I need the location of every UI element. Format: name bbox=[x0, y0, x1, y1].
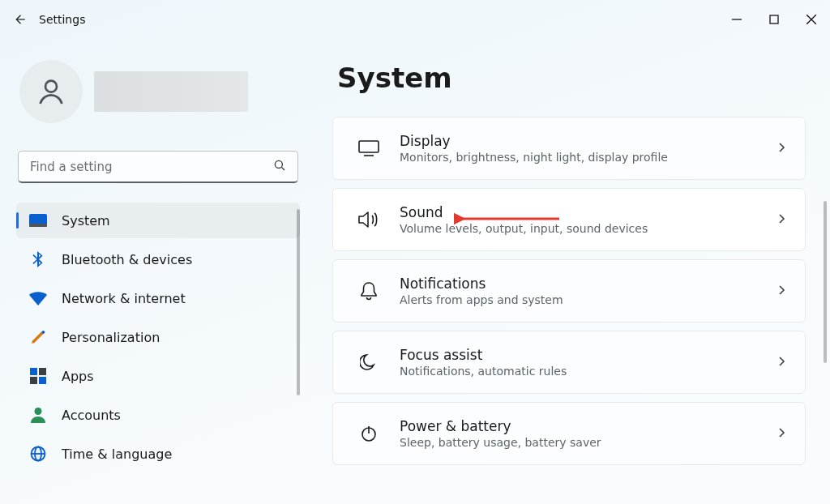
sidebar-item-label: Apps bbox=[62, 369, 94, 384]
main-scrollbar[interactable] bbox=[824, 201, 827, 363]
svg-rect-8 bbox=[29, 224, 47, 227]
setting-title: Notifications bbox=[400, 275, 766, 292]
sidebar-item-system[interactable]: System bbox=[16, 203, 300, 238]
power-icon bbox=[353, 425, 385, 442]
svg-rect-11 bbox=[39, 368, 46, 375]
sidebar-item-apps[interactable]: Apps bbox=[16, 358, 300, 394]
svg-point-5 bbox=[275, 160, 282, 168]
search-input[interactable] bbox=[18, 151, 298, 183]
chevron-right-icon bbox=[776, 212, 787, 228]
notifications-icon bbox=[353, 281, 385, 301]
chevron-right-icon bbox=[776, 426, 787, 442]
time-language-icon bbox=[29, 445, 47, 463]
setting-title: Sound bbox=[400, 204, 766, 220]
system-icon bbox=[29, 211, 47, 229]
display-icon bbox=[353, 139, 385, 157]
setting-title: Display bbox=[400, 133, 766, 149]
search-icon bbox=[272, 158, 287, 176]
window-controls bbox=[718, 0, 830, 39]
sidebar-item-personalization[interactable]: Personalization bbox=[16, 319, 300, 355]
setting-card-focus-assist[interactable]: Focus assist Notifications, automatic ru… bbox=[332, 331, 806, 394]
sidebar-scrollbar[interactable] bbox=[297, 209, 300, 395]
setting-title: Focus assist bbox=[400, 347, 766, 363]
sidebar-item-time-language[interactable]: Time & language bbox=[16, 436, 300, 472]
apps-icon bbox=[29, 367, 47, 385]
accounts-icon bbox=[29, 406, 47, 424]
sidebar-item-label: Accounts bbox=[62, 408, 121, 423]
settings-list: Display Monitors, brightness, night ligh… bbox=[332, 117, 806, 465]
setting-subtitle: Volume levels, output, input, sound devi… bbox=[400, 222, 766, 235]
svg-rect-10 bbox=[30, 368, 37, 375]
chevron-right-icon bbox=[776, 355, 787, 370]
maximize-button[interactable] bbox=[755, 0, 793, 39]
back-button[interactable] bbox=[0, 12, 39, 27]
sidebar-item-accounts[interactable]: Accounts bbox=[16, 397, 300, 433]
user-profile[interactable] bbox=[19, 60, 302, 123]
title-bar: Settings bbox=[0, 0, 830, 39]
sidebar-item-network[interactable]: Network & internet bbox=[16, 280, 300, 316]
sidebar-item-label: Time & language bbox=[62, 446, 172, 462]
sidebar-item-label: Bluetooth & devices bbox=[62, 252, 192, 267]
sidebar-item-bluetooth[interactable]: Bluetooth & devices bbox=[16, 241, 300, 277]
sidebar-nav: System Bluetooth & devices Network & int… bbox=[15, 203, 302, 472]
personalization-icon bbox=[29, 328, 47, 346]
avatar bbox=[19, 60, 83, 123]
focus-assist-icon bbox=[353, 353, 385, 371]
main-content: System Display Monitors, brightness, nig… bbox=[316, 39, 830, 504]
setting-card-display[interactable]: Display Monitors, brightness, night ligh… bbox=[332, 117, 806, 180]
svg-rect-18 bbox=[359, 141, 379, 152]
sidebar-item-label: System bbox=[62, 213, 110, 229]
page-title: System bbox=[337, 62, 806, 94]
svg-line-6 bbox=[281, 167, 285, 170]
close-button[interactable] bbox=[793, 0, 830, 39]
setting-card-sound[interactable]: Sound Volume levels, output, input, soun… bbox=[332, 188, 806, 251]
setting-subtitle: Monitors, brightness, night light, displ… bbox=[400, 151, 766, 164]
setting-card-power[interactable]: Power & battery Sleep, battery usage, ba… bbox=[332, 402, 806, 465]
setting-subtitle: Alerts from apps and system bbox=[400, 293, 766, 306]
chevron-right-icon bbox=[776, 284, 787, 299]
svg-rect-12 bbox=[30, 377, 37, 384]
setting-subtitle: Notifications, automatic rules bbox=[400, 365, 766, 378]
sidebar-item-label: Network & internet bbox=[62, 291, 186, 306]
minimize-button[interactable] bbox=[718, 0, 755, 39]
network-icon bbox=[29, 289, 47, 307]
user-name-placeholder bbox=[94, 71, 248, 112]
setting-subtitle: Sleep, battery usage, battery saver bbox=[400, 436, 766, 449]
svg-rect-1 bbox=[770, 15, 778, 23]
app-title: Settings bbox=[39, 13, 85, 26]
setting-title: Power & battery bbox=[400, 418, 766, 434]
svg-point-14 bbox=[35, 408, 42, 415]
setting-card-notifications[interactable]: Notifications Alerts from apps and syste… bbox=[332, 259, 806, 322]
search-box[interactable] bbox=[18, 151, 298, 183]
chevron-right-icon bbox=[776, 141, 787, 156]
svg-rect-13 bbox=[39, 377, 46, 384]
svg-rect-7 bbox=[29, 214, 47, 225]
bluetooth-icon bbox=[29, 250, 47, 268]
sidebar: System Bluetooth & devices Network & int… bbox=[0, 39, 316, 504]
sidebar-item-label: Personalization bbox=[62, 330, 160, 345]
sound-icon bbox=[353, 210, 385, 229]
svg-point-4 bbox=[45, 81, 57, 92]
